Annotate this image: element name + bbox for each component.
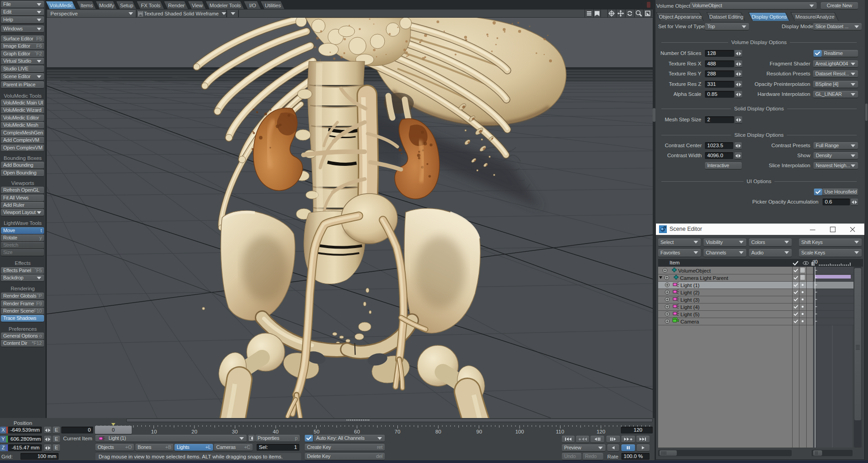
svg-text:60: 60: [354, 429, 360, 434]
svg-text:10: 10: [151, 429, 157, 434]
svg-text:VolumeObject: VolumeObject: [678, 268, 711, 274]
svg-text:Light (4): Light (4): [680, 304, 699, 310]
svg-text:80: 80: [436, 429, 441, 434]
svg-text:70: 70: [395, 429, 401, 434]
svg-text:20: 20: [192, 429, 198, 434]
svg-text:L: L: [664, 226, 665, 229]
svg-text:100: 100: [515, 429, 524, 434]
svg-text:30: 30: [232, 429, 238, 434]
svg-text:40: 40: [273, 429, 279, 434]
svg-text:90: 90: [476, 429, 482, 434]
svg-text:Camera Light Parent: Camera Light Parent: [680, 275, 729, 281]
svg-text:50: 50: [314, 429, 320, 434]
svg-text:120: 120: [596, 429, 605, 434]
svg-text:Camera: Camera: [680, 319, 699, 324]
svg-text:Light (2): Light (2): [680, 290, 699, 295]
svg-text:Light (1): Light (1): [680, 283, 699, 288]
svg-text:Light (5): Light (5): [680, 312, 699, 317]
svg-text:110: 110: [556, 429, 564, 434]
svg-text:Light (3): Light (3): [680, 297, 699, 303]
